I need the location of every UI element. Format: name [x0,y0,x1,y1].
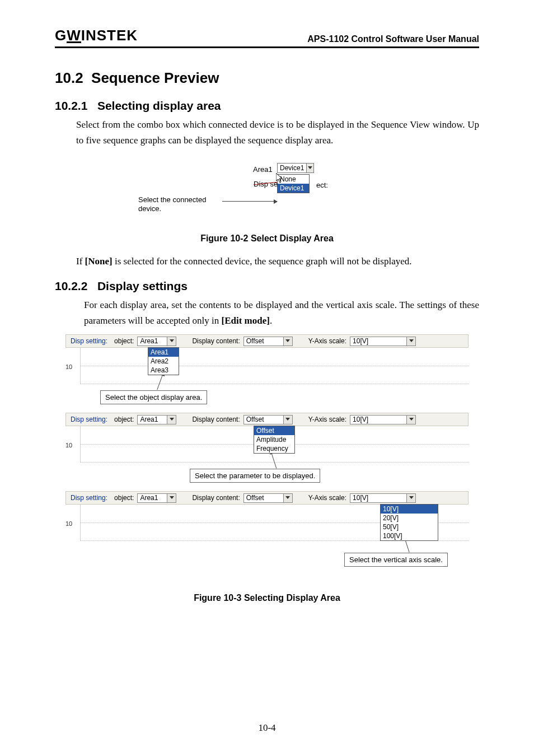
manual-title: APS-1102 Control Software User Manual [307,34,479,44]
yaxis-option-10v[interactable]: 10[V] [381,505,438,514]
brand-logo: GWINSTEK [55,27,138,44]
toolbar-row3: Disp setting: object: Area1 Display cont… [65,491,469,505]
callout-arrow [405,540,409,553]
y-tick-10: 10 [65,520,72,527]
content-combo-list[interactable]: Offset Amplitude Frequency [254,426,295,454]
toolbar-row2: Disp setting: object: Area1 Display cont… [65,413,469,426]
figure-10-2-caption: Figure 10-2 Select Display Area [55,234,479,244]
chevron-down-icon[interactable] [406,416,415,424]
page-header: GWINSTEK APS-1102 Control Software User … [55,27,479,48]
yaxis-option-100v[interactable]: 100[V] [381,531,438,540]
object-option-area1[interactable]: Area1 [148,348,179,357]
plot-area [80,348,469,384]
content-option-offset[interactable]: Offset [254,426,294,435]
chevron-down-icon[interactable] [167,494,176,502]
figure-10-3: Disp setting: object: Area1 Display cont… [65,334,469,575]
chevron-down-icon[interactable] [283,337,292,346]
device-combo[interactable]: Device1 [277,163,314,173]
fig103-row-content: Disp setting: object: Area1 Display cont… [65,413,469,491]
svg-marker-8 [170,496,174,499]
chevron-down-icon[interactable] [283,494,292,502]
svg-marker-3 [285,339,290,342]
figure-10-2: Select the connected device. Area1 Devic… [138,162,396,223]
object-combo-list[interactable]: Area1 Area2 Area3 [148,347,179,375]
chevron-down-icon[interactable] [406,494,415,502]
content-callout: Select the parameter to be displayed. [190,469,320,483]
chevron-down-icon[interactable] [167,416,176,424]
callout-arrow [222,201,277,202]
yaxis-label: Y-Axis scale: [308,337,346,345]
fig103-row-object: Disp setting: object: Area1 Display cont… [65,334,469,413]
note-none: If [None] is selected for the connected … [76,254,479,269]
yaxis-combo[interactable]: 10[V] [350,415,416,424]
subsection-2-heading: 10.2.2 Display settings [55,279,479,293]
y-tick-10: 10 [65,363,72,370]
fig103-row-yaxis: Disp setting: object: Area1 Display cont… [65,491,469,575]
yaxis-option-20v[interactable]: 20[V] [381,514,438,522]
object-option-area2[interactable]: Area2 [148,357,179,366]
yaxis-option-50v[interactable]: 50[V] [381,522,438,531]
yaxis-callout: Select the vertical axis scale. [344,553,448,567]
area1-label: Area1 [253,165,273,174]
yaxis-combo[interactable]: 10[V] [350,493,416,503]
subsection-1-para: Select from the combo box which connecte… [76,117,479,148]
object-combo[interactable]: Area1 [137,415,176,424]
content-option-frequency[interactable]: Frequency [254,444,294,453]
y-tick-10: 10 [65,442,72,449]
page-number: 10-4 [0,722,534,734]
svg-marker-7 [409,418,414,421]
toolbar-row1: Disp setting: object: Area1 Display cont… [65,334,469,348]
yaxis-combo[interactable]: 10[V] [350,337,416,346]
fig102-callout: Select the connected device. [138,195,222,214]
display-content-label: Display content: [192,337,240,345]
svg-marker-1 [276,173,282,183]
svg-marker-9 [285,496,290,499]
content-combo[interactable]: Offset [243,493,293,503]
object-combo[interactable]: Area1 [137,493,176,503]
device-option-device1[interactable]: Device1 [278,184,309,193]
object-callout: Select the object display area. [100,390,207,404]
content-combo[interactable]: Offset [243,337,293,346]
subsection-1-heading: 10.2.1 Selecting display area [55,99,479,113]
chevron-down-icon[interactable] [306,164,313,172]
section-title: Sequence Preview [91,69,219,86]
device-combo-value: Device1 [278,164,306,172]
cursor-icon [276,173,284,185]
content-combo[interactable]: Offset [243,415,293,424]
figure-10-3-caption: Figure 10-3 Selecting Display Area [55,593,479,603]
svg-marker-4 [409,339,414,342]
subsection-2-para: For each display area, set the contents … [84,297,479,329]
yaxis-combo-list[interactable]: 10[V] 20[V] 50[V] 100[V] [380,504,438,541]
chevron-down-icon[interactable] [167,337,176,346]
svg-marker-5 [170,418,174,421]
cropped-text-right: ect: [316,181,328,189]
chevron-down-icon[interactable] [406,337,415,346]
svg-marker-0 [308,166,312,169]
content-option-amplitude[interactable]: Amplitude [254,435,294,444]
svg-marker-6 [285,418,290,421]
disp-setting-label: Disp setting: [71,337,107,345]
svg-marker-2 [170,339,174,342]
section-number: 10.2 [55,69,83,86]
section-heading: 10.2 Sequence Preview [55,69,479,87]
object-label: object: [114,337,134,345]
object-combo[interactable]: Area1 [137,337,176,346]
object-option-area3[interactable]: Area3 [148,366,179,375]
chevron-down-icon[interactable] [283,416,292,424]
svg-marker-10 [409,496,414,499]
